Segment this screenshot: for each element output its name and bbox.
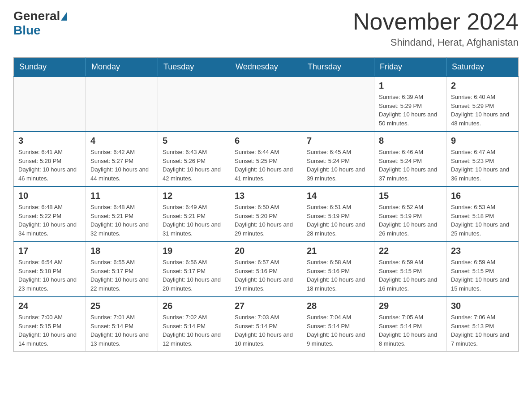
day-info: Sunrise: 6:58 AM Sunset: 5:16 PM Dayligh… xyxy=(307,258,369,293)
weekday-header-sunday: Sunday xyxy=(14,58,86,77)
day-info: Sunrise: 6:50 AM Sunset: 5:20 PM Dayligh… xyxy=(235,203,297,238)
day-number: 9 xyxy=(451,136,514,146)
day-number: 18 xyxy=(90,246,153,256)
day-info: Sunrise: 6:53 AM Sunset: 5:18 PM Dayligh… xyxy=(451,203,514,238)
day-info: Sunrise: 6:56 AM Sunset: 5:17 PM Dayligh… xyxy=(163,258,225,293)
day-number: 22 xyxy=(379,246,442,256)
calendar-cell: 19Sunrise: 6:56 AM Sunset: 5:17 PM Dayli… xyxy=(158,242,230,297)
calendar-cell: 4Sunrise: 6:42 AM Sunset: 5:27 PM Daylig… xyxy=(86,132,158,187)
day-number: 12 xyxy=(163,191,225,201)
calendar-cell: 23Sunrise: 6:59 AM Sunset: 5:15 PM Dayli… xyxy=(446,242,519,297)
day-info: Sunrise: 6:59 AM Sunset: 5:15 PM Dayligh… xyxy=(451,258,514,293)
weekday-header-monday: Monday xyxy=(86,58,158,77)
day-info: Sunrise: 6:39 AM Sunset: 5:29 PM Dayligh… xyxy=(379,93,442,128)
day-number: 5 xyxy=(163,136,225,146)
day-info: Sunrise: 6:45 AM Sunset: 5:24 PM Dayligh… xyxy=(307,148,369,183)
calendar-cell: 28Sunrise: 7:04 AM Sunset: 5:14 PM Dayli… xyxy=(302,297,374,352)
calendar-cell xyxy=(158,77,230,132)
calendar-cell: 21Sunrise: 6:58 AM Sunset: 5:16 PM Dayli… xyxy=(302,242,374,297)
day-info: Sunrise: 6:41 AM Sunset: 5:28 PM Dayligh… xyxy=(18,148,81,183)
day-number: 4 xyxy=(90,136,153,146)
day-info: Sunrise: 7:05 AM Sunset: 5:14 PM Dayligh… xyxy=(379,313,442,348)
calendar-cell: 24Sunrise: 7:00 AM Sunset: 5:15 PM Dayli… xyxy=(14,297,86,352)
day-number: 25 xyxy=(90,301,153,311)
calendar-cell: 22Sunrise: 6:59 AM Sunset: 5:15 PM Dayli… xyxy=(374,242,446,297)
calendar-cell: 11Sunrise: 6:48 AM Sunset: 5:21 PM Dayli… xyxy=(86,187,158,242)
logo: General Blue xyxy=(13,9,68,38)
page-header: General Blue November 2024 Shindand, Her… xyxy=(13,9,519,48)
day-info: Sunrise: 6:48 AM Sunset: 5:21 PM Dayligh… xyxy=(90,203,153,238)
day-number: 15 xyxy=(379,191,442,201)
day-info: Sunrise: 7:02 AM Sunset: 5:14 PM Dayligh… xyxy=(163,313,225,348)
calendar-cell: 29Sunrise: 7:05 AM Sunset: 5:14 PM Dayli… xyxy=(374,297,446,352)
day-info: Sunrise: 7:00 AM Sunset: 5:15 PM Dayligh… xyxy=(18,313,81,348)
calendar-cell: 8Sunrise: 6:46 AM Sunset: 5:24 PM Daylig… xyxy=(374,132,446,187)
calendar-cell: 18Sunrise: 6:55 AM Sunset: 5:17 PM Dayli… xyxy=(86,242,158,297)
day-number: 19 xyxy=(163,246,225,256)
day-info: Sunrise: 7:01 AM Sunset: 5:14 PM Dayligh… xyxy=(90,313,153,348)
calendar-week-row: 24Sunrise: 7:00 AM Sunset: 5:15 PM Dayli… xyxy=(14,297,519,352)
day-info: Sunrise: 6:52 AM Sunset: 5:19 PM Dayligh… xyxy=(379,203,442,238)
day-info: Sunrise: 6:51 AM Sunset: 5:19 PM Dayligh… xyxy=(307,203,369,238)
calendar-cell: 12Sunrise: 6:49 AM Sunset: 5:21 PM Dayli… xyxy=(158,187,230,242)
day-number: 20 xyxy=(235,246,297,256)
day-number: 11 xyxy=(90,191,153,201)
day-number: 6 xyxy=(235,136,297,146)
day-number: 24 xyxy=(18,301,81,311)
day-number: 3 xyxy=(18,136,81,146)
day-number: 16 xyxy=(451,191,514,201)
calendar-cell: 16Sunrise: 6:53 AM Sunset: 5:18 PM Dayli… xyxy=(446,187,519,242)
weekday-header-thursday: Thursday xyxy=(302,58,374,77)
calendar-cell: 3Sunrise: 6:41 AM Sunset: 5:28 PM Daylig… xyxy=(14,132,86,187)
calendar-week-row: 17Sunrise: 6:54 AM Sunset: 5:18 PM Dayli… xyxy=(14,242,519,297)
calendar-cell xyxy=(86,77,158,132)
weekday-header-row: SundayMondayTuesdayWednesdayThursdayFrid… xyxy=(14,58,519,77)
day-number: 17 xyxy=(18,246,81,256)
calendar-table: SundayMondayTuesdayWednesdayThursdayFrid… xyxy=(13,57,519,352)
weekday-header-wednesday: Wednesday xyxy=(230,58,302,77)
day-number: 8 xyxy=(379,136,442,146)
day-info: Sunrise: 6:40 AM Sunset: 5:29 PM Dayligh… xyxy=(451,93,514,128)
calendar-cell: 7Sunrise: 6:45 AM Sunset: 5:24 PM Daylig… xyxy=(302,132,374,187)
calendar-cell: 9Sunrise: 6:47 AM Sunset: 5:23 PM Daylig… xyxy=(446,132,519,187)
calendar-cell: 6Sunrise: 6:44 AM Sunset: 5:25 PM Daylig… xyxy=(230,132,302,187)
day-info: Sunrise: 6:49 AM Sunset: 5:21 PM Dayligh… xyxy=(163,203,225,238)
day-number: 28 xyxy=(307,301,369,311)
calendar-cell: 14Sunrise: 6:51 AM Sunset: 5:19 PM Dayli… xyxy=(302,187,374,242)
calendar-cell: 30Sunrise: 7:06 AM Sunset: 5:13 PM Dayli… xyxy=(446,297,519,352)
calendar-cell xyxy=(230,77,302,132)
weekday-header-tuesday: Tuesday xyxy=(158,58,230,77)
day-info: Sunrise: 6:46 AM Sunset: 5:24 PM Dayligh… xyxy=(379,148,442,183)
month-title: November 2024 xyxy=(353,9,519,34)
calendar-week-row: 1Sunrise: 6:39 AM Sunset: 5:29 PM Daylig… xyxy=(14,77,519,132)
day-info: Sunrise: 6:55 AM Sunset: 5:17 PM Dayligh… xyxy=(90,258,153,293)
day-number: 1 xyxy=(379,81,442,91)
day-info: Sunrise: 7:03 AM Sunset: 5:14 PM Dayligh… xyxy=(235,313,297,348)
calendar-cell: 10Sunrise: 6:48 AM Sunset: 5:22 PM Dayli… xyxy=(14,187,86,242)
logo-triangle-icon xyxy=(61,12,67,21)
calendar-cell: 27Sunrise: 7:03 AM Sunset: 5:14 PM Dayli… xyxy=(230,297,302,352)
calendar-cell: 20Sunrise: 6:57 AM Sunset: 5:16 PM Dayli… xyxy=(230,242,302,297)
calendar-week-row: 10Sunrise: 6:48 AM Sunset: 5:22 PM Dayli… xyxy=(14,187,519,242)
day-number: 2 xyxy=(451,81,514,91)
day-info: Sunrise: 6:59 AM Sunset: 5:15 PM Dayligh… xyxy=(379,258,442,293)
calendar-cell: 13Sunrise: 6:50 AM Sunset: 5:20 PM Dayli… xyxy=(230,187,302,242)
day-info: Sunrise: 6:43 AM Sunset: 5:26 PM Dayligh… xyxy=(163,148,225,183)
calendar-cell: 25Sunrise: 7:01 AM Sunset: 5:14 PM Dayli… xyxy=(86,297,158,352)
day-info: Sunrise: 6:48 AM Sunset: 5:22 PM Dayligh… xyxy=(18,203,81,238)
day-number: 23 xyxy=(451,246,514,256)
calendar-cell xyxy=(14,77,86,132)
day-number: 14 xyxy=(307,191,369,201)
day-info: Sunrise: 7:06 AM Sunset: 5:13 PM Dayligh… xyxy=(451,313,514,348)
calendar-cell: 15Sunrise: 6:52 AM Sunset: 5:19 PM Dayli… xyxy=(374,187,446,242)
calendar-cell xyxy=(302,77,374,132)
day-number: 7 xyxy=(307,136,369,146)
day-number: 10 xyxy=(18,191,81,201)
logo-blue-text: Blue xyxy=(13,23,41,37)
day-info: Sunrise: 6:42 AM Sunset: 5:27 PM Dayligh… xyxy=(90,148,153,183)
day-info: Sunrise: 6:54 AM Sunset: 5:18 PM Dayligh… xyxy=(18,258,81,293)
day-number: 27 xyxy=(235,301,297,311)
day-info: Sunrise: 7:04 AM Sunset: 5:14 PM Dayligh… xyxy=(307,313,369,348)
calendar-cell: 17Sunrise: 6:54 AM Sunset: 5:18 PM Dayli… xyxy=(14,242,86,297)
day-info: Sunrise: 6:47 AM Sunset: 5:23 PM Dayligh… xyxy=(451,148,514,183)
